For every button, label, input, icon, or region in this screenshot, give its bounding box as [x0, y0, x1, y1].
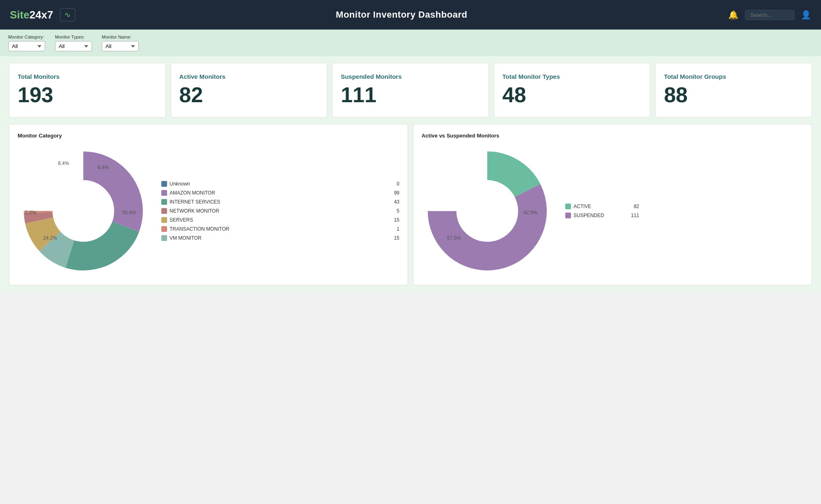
- legend-name-amazon: AMAZON MONITOR: [170, 190, 389, 196]
- site-logo: Site24x7: [10, 9, 53, 21]
- legend-item-suspended: SUSPENDED 111: [565, 213, 639, 218]
- label-servers-pct: 8.4%: [58, 160, 69, 166]
- legend-item-servers: SERVERS 15: [161, 217, 399, 223]
- legend-color-vm: [161, 235, 167, 241]
- legend-item-unknown: Unknown 0: [161, 181, 399, 187]
- stats-row: Total Monitors 193 Active Monitors 82 Su…: [0, 56, 821, 124]
- label-amazon-pct: 55.6%: [122, 210, 136, 215]
- stat-value-active-monitors: 82: [179, 84, 203, 105]
- active-suspended-donut-svg: 42.5% 57.5%: [422, 145, 553, 277]
- stat-label-monitor-types: Total Monitor Types: [502, 73, 560, 80]
- stat-card-total-monitors: Total Monitors 193: [9, 63, 166, 117]
- legend-name-suspended: SUSPENDED: [573, 213, 628, 218]
- legend-color-suspended: [565, 213, 571, 218]
- logo-white: 24x7: [30, 9, 53, 21]
- chart-category-title: Monitor Category: [18, 133, 399, 139]
- bell-icon[interactable]: 🔔: [728, 10, 738, 20]
- legend-name-active: ACTIVE: [573, 204, 628, 209]
- svg-point-9: [456, 180, 518, 242]
- logo-green: Site: [10, 9, 30, 21]
- legend-item-internet: INTERNET SERVICES 43: [161, 199, 399, 205]
- category-donut-chart: 55.6% 24.2% 8.4% 8.4% 2.8%: [18, 145, 149, 277]
- stat-label-monitor-groups: Total Monitor Groups: [664, 73, 726, 80]
- stat-label-total-monitors: Total Monitors: [18, 73, 60, 80]
- active-suspended-legend: ACTIVE 82 SUSPENDED 111: [565, 204, 639, 218]
- chart-panel-active-suspended: Active vs Suspended Monitors 42.5% 57.5%: [413, 124, 812, 285]
- logo-chart-icon: ∿: [60, 8, 75, 21]
- chart-active-suspended-title: Active vs Suspended Monitors: [422, 133, 803, 139]
- legend-item-transaction: TRANSACTION MONITOR 1: [161, 226, 399, 232]
- legend-count-servers: 15: [391, 217, 399, 223]
- user-avatar-icon[interactable]: 👤: [801, 10, 811, 20]
- stat-label-suspended-monitors: Suspended Monitors: [341, 73, 401, 80]
- filter-bar: Monitor Category: All Monitor Types: All…: [0, 30, 821, 56]
- label-active-pct: 42.5%: [523, 210, 537, 215]
- label-vm-pct: 8.4%: [98, 165, 109, 170]
- legend-count-unknown: 0: [391, 181, 399, 187]
- chart-active-suspended-content: 42.5% 57.5% ACTIVE 82 SUSPENDED 111: [422, 145, 803, 277]
- category-legend: Unknown 0 AMAZON MONITOR 99 INTERNET SER…: [161, 181, 399, 241]
- filter-category-group: Monitor Category: All: [8, 34, 45, 51]
- legend-item-network: NETWORK MONITOR 5: [161, 208, 399, 214]
- filter-name-group: Monitor Name: All: [102, 34, 139, 51]
- legend-item-active: ACTIVE 82: [565, 204, 639, 209]
- stat-value-monitor-types: 48: [502, 84, 526, 105]
- stat-value-suspended-monitors: 111: [341, 84, 376, 105]
- legend-name-network: NETWORK MONITOR: [170, 208, 389, 214]
- stat-card-suspended-monitors: Suspended Monitors 111: [332, 63, 489, 117]
- legend-name-unknown: Unknown: [170, 181, 389, 187]
- active-suspended-donut-chart: 42.5% 57.5%: [422, 145, 553, 277]
- legend-color-transaction: [161, 226, 167, 232]
- stat-card-active-monitors: Active Monitors 82: [171, 63, 328, 117]
- category-donut-svg: 55.6% 24.2% 8.4% 8.4% 2.8%: [18, 145, 149, 277]
- legend-item-vm: VM MONITOR 15: [161, 235, 399, 241]
- filter-name-select[interactable]: All: [102, 41, 139, 51]
- stat-value-monitor-groups: 88: [664, 84, 688, 105]
- filter-types-select[interactable]: All: [55, 41, 92, 51]
- label-network-pct: 2.8%: [25, 210, 37, 215]
- legend-count-suspended: 111: [631, 213, 639, 218]
- filter-types-label: Monitor Types:: [55, 34, 92, 39]
- stat-card-monitor-groups: Total Monitor Groups 88: [655, 63, 812, 117]
- label-suspended-pct: 57.5%: [447, 235, 461, 241]
- legend-item-amazon: AMAZON MONITOR 99: [161, 190, 399, 196]
- legend-name-servers: SERVERS: [170, 217, 389, 223]
- header-actions: 🔔 👤: [728, 10, 811, 20]
- stat-value-total-monitors: 193: [18, 84, 53, 105]
- legend-color-unknown: [161, 181, 167, 187]
- svg-point-6: [53, 180, 114, 242]
- legend-color-active: [565, 204, 571, 209]
- stat-label-active-monitors: Active Monitors: [179, 73, 226, 80]
- label-internet-pct: 24.2%: [43, 235, 57, 241]
- legend-color-servers: [161, 217, 167, 223]
- legend-count-transaction: 1: [391, 226, 399, 232]
- filter-category-select[interactable]: All: [8, 41, 45, 51]
- legend-count-network: 5: [391, 208, 399, 214]
- legend-name-internet: INTERNET SERVICES: [170, 199, 389, 205]
- legend-color-amazon: [161, 190, 167, 196]
- legend-count-vm: 15: [391, 235, 399, 241]
- filter-category-label: Monitor Category:: [8, 34, 45, 39]
- legend-color-network: [161, 208, 167, 214]
- legend-count-internet: 43: [391, 199, 399, 205]
- legend-count-active: 82: [631, 204, 639, 209]
- header: Site24x7 ∿ Monitor Inventory Dashboard 🔔…: [0, 0, 821, 30]
- header-search-input[interactable]: [745, 10, 794, 20]
- page-title: Monitor Inventory Dashboard: [75, 9, 728, 20]
- legend-name-vm: VM MONITOR: [170, 235, 389, 241]
- legend-count-amazon: 99: [391, 190, 399, 196]
- stat-card-monitor-types: Total Monitor Types 48: [494, 63, 651, 117]
- filter-types-group: Monitor Types: All: [55, 34, 92, 51]
- chart-panel-category: Monitor Category: [9, 124, 408, 285]
- legend-name-transaction: TRANSACTION MONITOR: [170, 226, 389, 232]
- legend-color-internet: [161, 199, 167, 205]
- charts-row: Monitor Category: [0, 124, 821, 292]
- chart-category-content: 55.6% 24.2% 8.4% 8.4% 2.8% Unknown 0 AMA…: [18, 145, 399, 277]
- filter-name-label: Monitor Name:: [102, 34, 139, 39]
